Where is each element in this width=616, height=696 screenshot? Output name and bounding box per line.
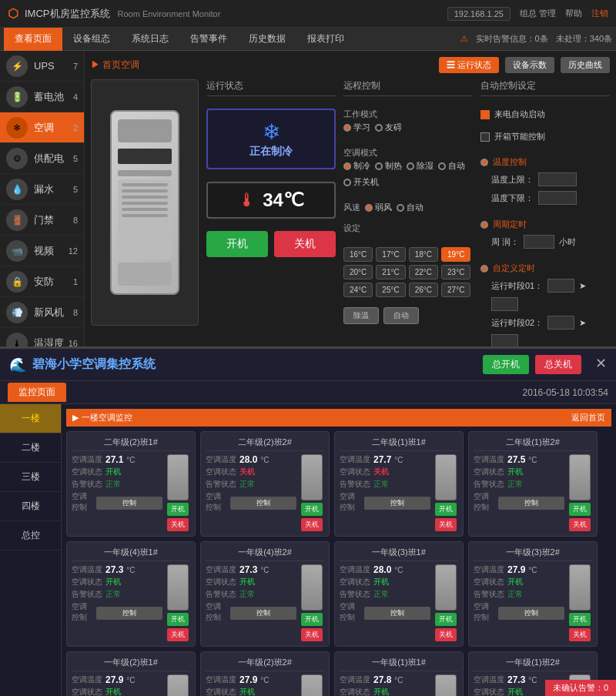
power-auto-checkbox[interactable] (480, 110, 490, 119)
card1-ctrl-btn[interactable]: 控制 (96, 497, 162, 510)
sidebar-item-fan[interactable]: 💨 新风机 8 (0, 297, 84, 328)
week-input[interactable] (524, 235, 554, 249)
card8-off-btn[interactable]: 关机 (569, 628, 591, 641)
device-reading-btn[interactable]: 设备示数 (505, 57, 554, 73)
temp-22[interactable]: 22°C (409, 265, 438, 279)
sidebar-item-video[interactable]: 📹 视频 12 (0, 236, 84, 266)
nav-item-alert[interactable]: 告警事件 (179, 28, 238, 51)
auto-btn[interactable]: 自动 (383, 307, 419, 324)
close-btn[interactable]: ✕ (595, 355, 607, 374)
card4-on-btn[interactable]: 开机 (569, 503, 591, 516)
mode-heat[interactable]: 制热 (375, 160, 402, 172)
card3-ctrl-btn[interactable]: 控制 (364, 497, 430, 510)
card1-status-row: 空调状态 开机 (72, 467, 162, 477)
card2-off-btn[interactable]: 关机 (301, 518, 323, 531)
floor-item-2[interactable]: 二楼 (0, 433, 61, 463)
nav-item-history[interactable]: 历史数据 (238, 28, 296, 51)
temp-control-radio[interactable] (480, 159, 488, 166)
total-off-btn[interactable]: 总关机 (535, 355, 581, 374)
sidebar-item-water[interactable]: 💧 漏水 5 (0, 174, 84, 205)
running-status-btn[interactable]: ☰ 运行状态 (439, 57, 499, 73)
ac-panel: 运行状态 ❄ 正在制冷 🌡 34℃ 开机 关机 (91, 79, 610, 326)
history-curve-btn[interactable]: 历史曲线 (561, 57, 610, 73)
card2-ctrl-btn[interactable]: 控制 (230, 497, 296, 510)
ac-card-4: 二年级(1)班2# 空调温度 27.5 °C 空调状态 开机 (468, 431, 598, 537)
card4-off-btn[interactable]: 关机 (569, 518, 591, 531)
card6-off-btn[interactable]: 关机 (301, 628, 323, 641)
mode-cool[interactable]: 制冷 (343, 160, 370, 172)
logout-btn[interactable]: 注销 (591, 8, 608, 19)
card3-alert-row: 告警状态 正常 (340, 479, 430, 490)
card3-on-btn[interactable]: 开机 (435, 503, 457, 516)
temp-25[interactable]: 25°C (376, 283, 405, 297)
power-off-button[interactable]: 关机 (274, 231, 336, 257)
temp-17[interactable]: 17°C (376, 247, 405, 262)
dehumid-btn[interactable]: 除温 (343, 307, 379, 324)
sidebar-item-ac[interactable]: ❄ 空调 2 (0, 112, 84, 143)
temp-23[interactable]: 23°C (441, 265, 470, 279)
temp-lower-input[interactable] (538, 191, 577, 205)
monitor-tab[interactable]: 监控页面 (8, 383, 66, 402)
card5-off-btn[interactable]: 关机 (167, 628, 189, 641)
temp-upper-input[interactable] (538, 172, 577, 186)
card5-ctrl-btn[interactable]: 控制 (96, 607, 162, 620)
wind-auto[interactable]: 自动 (397, 202, 424, 213)
card2-on-btn[interactable]: 开机 (301, 503, 323, 516)
mode-dehumid[interactable]: 除湿 (407, 160, 434, 172)
run-time1-label: 运行时段01： (491, 280, 543, 292)
sidebar-count-power: 5 (73, 154, 78, 163)
card1-on-btn[interactable]: 开机 (167, 503, 189, 516)
card7-off-btn[interactable]: 关机 (435, 628, 457, 641)
help-btn[interactable]: 帮助 (565, 8, 582, 19)
back-btn[interactable]: 返回首页 (571, 412, 605, 423)
sidebar-item-battery[interactable]: 🔋 蓄电池 4 (0, 82, 84, 112)
nav-item-view[interactable]: 查看页面 (4, 28, 62, 51)
total-on-btn[interactable]: 总开机 (483, 355, 529, 374)
energy-save-checkbox[interactable] (480, 132, 490, 142)
mode-auto[interactable]: 自动 (438, 160, 465, 172)
mode-study[interactable]: 学习 (343, 122, 370, 133)
card7-ctrl-btn[interactable]: 控制 (364, 607, 430, 620)
sidebar-item-power[interactable]: ⚙ 供配电 5 (0, 143, 84, 174)
card1-off-btn[interactable]: 关机 (167, 518, 189, 531)
floor-item-4[interactable]: 四楼 (0, 492, 61, 521)
card4-ctrl-btn[interactable]: 控制 (498, 497, 564, 510)
temp-21[interactable]: 21°C (376, 265, 405, 279)
temp-27[interactable]: 27°C (441, 283, 470, 297)
sidebar-item-ups[interactable]: ⚡ UPS 7 (0, 51, 84, 82)
timer-radio[interactable] (480, 221, 488, 229)
nav-item-report[interactable]: 报表打印 (296, 28, 355, 51)
temp-19[interactable]: 19°C (441, 247, 470, 262)
run-time2-end[interactable] (491, 334, 518, 346)
temp-18[interactable]: 18°C (409, 247, 438, 262)
custom-timer-radio[interactable] (480, 265, 488, 273)
run-time1-start[interactable] (547, 279, 574, 293)
run-time1-end[interactable] (491, 297, 518, 311)
nav-item-log[interactable]: 系统日志 (121, 28, 179, 51)
wind-weak[interactable]: 弱风 (365, 202, 392, 213)
card6-on-btn[interactable]: 开机 (301, 613, 323, 626)
run-time2-start[interactable] (547, 316, 574, 330)
temp-24[interactable]: 24°C (343, 283, 373, 297)
sidebar-item-door[interactable]: 🚪 门禁 8 (0, 205, 84, 236)
temp-20[interactable]: 20°C (343, 265, 373, 279)
temp-26[interactable]: 26°C (409, 283, 438, 297)
card5-on-btn[interactable]: 开机 (167, 613, 189, 626)
bottom-title: 碧海小学空调集控系统 (32, 356, 156, 373)
card8-on-btn[interactable]: 开机 (569, 613, 591, 626)
card3-off-btn[interactable]: 关机 (435, 518, 457, 531)
sidebar-item-security[interactable]: 🔒 安防 1 (0, 266, 84, 297)
card6-ctrl-btn[interactable]: 控制 (230, 607, 296, 620)
nav-item-device[interactable]: 设备组态 (62, 28, 121, 51)
mode-friend[interactable]: 友碍 (375, 122, 402, 133)
temp-16[interactable]: 16°C (343, 247, 373, 262)
card8-ctrl-btn[interactable]: 控制 (498, 607, 564, 620)
floor-item-3[interactable]: 三楼 (0, 463, 61, 492)
card7-on-btn[interactable]: 开机 (435, 613, 457, 626)
floor-item-1[interactable]: 一楼 (0, 404, 61, 433)
floor-item-ctrl[interactable]: 总控 (0, 521, 61, 550)
bottom-nav: 监控页面 2016-05-18 10:03:54 (0, 381, 616, 404)
admin-btn[interactable]: 组总 管理 (520, 8, 556, 19)
mode-switch[interactable]: 开关机 (343, 176, 379, 188)
power-on-button[interactable]: 开机 (206, 231, 268, 257)
